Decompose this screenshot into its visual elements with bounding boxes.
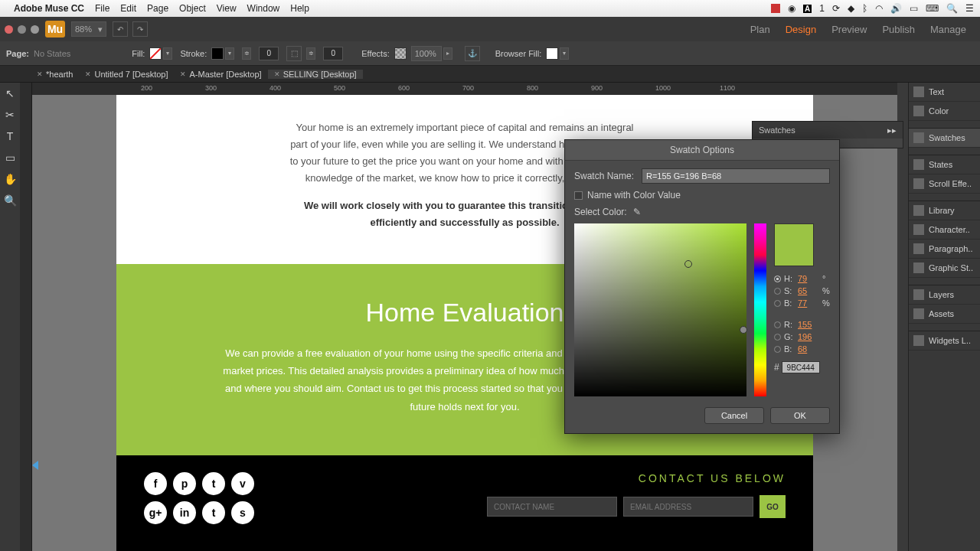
record-icon[interactable] [771,4,780,13]
panel-layers[interactable]: Layers [909,285,980,305]
panel-paragraph[interactable]: Paragraph.. [909,240,980,259]
menu-page[interactable]: Page [147,3,168,14]
r-value[interactable]: 155 [798,320,819,329]
skype-icon[interactable]: s [231,501,254,524]
swatch-name-input[interactable] [642,168,830,184]
radio-bl[interactable] [774,346,781,353]
googleplus-icon[interactable]: g+ [144,501,167,524]
doc-tab[interactable]: ✕Untitled 7 [Desktop] [79,70,174,79]
opacity-dropdown[interactable]: ▸ [443,47,452,60]
close-icon[interactable]: ✕ [37,70,43,78]
panel-library[interactable]: Library [909,201,980,220]
tab-design[interactable]: Design [786,24,816,35]
effects-swatch[interactable] [394,47,407,60]
guide-marker-icon[interactable] [32,461,38,470]
panel-widgets[interactable]: Widgets L.. [909,331,980,350]
contact-name-input[interactable] [487,497,617,517]
volume-icon[interactable]: 🔊 [890,3,902,14]
tab-publish[interactable]: Publish [882,24,915,35]
vertical-scrollbar[interactable] [897,83,908,551]
menu-file[interactable]: File [95,3,109,14]
menu-icon[interactable]: ☰ [965,3,974,14]
go-button[interactable]: GO [760,495,786,518]
rectangle-tool-icon[interactable]: ▭ [2,150,18,165]
color-marker[interactable] [684,260,692,268]
panel-text[interactable]: Text [909,83,980,102]
eyedropper-icon[interactable]: ✎ [633,207,641,217]
panel-color[interactable]: Color [909,102,980,121]
zoom-tool-icon[interactable]: 🔍 [2,193,18,208]
hex-input[interactable] [782,361,820,373]
text-tool-icon[interactable]: T [2,129,18,144]
radio-s[interactable] [774,288,781,295]
browser-fill-dropdown[interactable]: ▾ [560,47,569,60]
bluetooth-icon[interactable]: ᛒ [862,3,867,14]
panel-swatches[interactable]: Swatches [909,129,980,148]
corners-icon[interactable]: ⬚ [286,46,302,61]
panel-scroll[interactable]: Scroll Effe.. [909,174,980,194]
tab-plan[interactable]: Plan [750,24,770,35]
search-icon[interactable]: 🔍 [946,3,958,14]
menu-edit[interactable]: Edit [120,3,136,14]
radio-r[interactable] [774,321,781,328]
color-marker-edge[interactable] [740,326,747,334]
radio-g[interactable] [774,334,781,341]
stroke-dropdown[interactable]: ▾ [225,47,234,60]
h-value[interactable]: 79 [798,274,819,283]
close-icon[interactable]: ✕ [274,70,280,78]
pinterest-icon[interactable]: p [173,472,196,495]
fill-dropdown[interactable]: ▾ [163,47,172,60]
dropbox-icon[interactable]: ◆ [848,3,854,14]
corner-radius[interactable] [323,47,343,60]
hue-slider[interactable] [754,223,766,396]
menu-view[interactable]: View [217,3,237,14]
redo-icon[interactable]: ↷ [132,21,148,37]
undo-icon[interactable]: ↶ [113,21,128,37]
panel-menu-icon[interactable]: ▸▸ [887,126,897,135]
page-state[interactable]: No States [34,49,70,58]
close-icon[interactable]: ✕ [85,70,91,78]
fill-swatch[interactable] [149,47,162,60]
doc-tab[interactable]: ✕*hearth [31,70,79,79]
notif-count[interactable]: 1 [819,3,825,14]
panel-character[interactable]: Character.. [909,220,980,240]
tab-preview[interactable]: Preview [831,24,867,35]
swatches-panel-title[interactable]: Swatches▸▸ [753,122,903,139]
cancel-button[interactable]: Cancel [704,407,764,424]
stroke-stepper[interactable]: ≑ [242,47,251,60]
selection-tool-icon[interactable]: ↖ [2,86,18,101]
g-value[interactable]: 196 [798,332,819,341]
opacity-input[interactable]: 100% [411,46,442,61]
hand-tool-icon[interactable]: ✋ [2,171,18,187]
panel-assets[interactable]: Assets [909,305,980,324]
crop-tool-icon[interactable]: ✂ [2,107,18,122]
twitter-icon[interactable]: t [202,472,225,495]
anchor-icon[interactable]: ⚓ [465,46,480,61]
battery-icon[interactable]: ▭ [910,3,918,14]
tumblr-icon[interactable]: t [202,501,225,524]
panel-states[interactable]: States [909,155,980,174]
doc-tab-active[interactable]: ✕SELLING [Desktop] [268,70,363,79]
adobe-icon[interactable]: A [803,5,812,13]
doc-tab[interactable]: ✕A-Master [Desktop] [174,70,267,79]
corner-stepper[interactable]: ≑ [306,47,315,60]
menu-window[interactable]: Window [247,3,280,14]
linkedin-icon[interactable]: in [173,501,196,524]
zoom-dropdown[interactable]: 88%▾ [71,21,106,37]
wifi-icon[interactable]: ◠ [875,3,883,14]
stroke-swatch[interactable] [211,47,224,60]
cc-icon[interactable]: ◉ [788,3,795,14]
bl-value[interactable]: 68 [798,344,819,354]
s-value[interactable]: 65 [798,286,819,295]
window-controls[interactable] [5,25,39,34]
menu-object[interactable]: Object [179,3,206,14]
panel-graphic-styles[interactable]: Graphic St.. [909,259,980,278]
browser-fill-swatch[interactable] [546,47,558,60]
color-field[interactable] [574,223,746,396]
b-value[interactable]: 77 [798,298,819,308]
tab-manage[interactable]: Manage [930,24,966,35]
radio-h[interactable] [774,276,781,282]
close-icon[interactable]: ✕ [180,70,186,78]
stroke-width[interactable] [259,47,279,60]
radio-b[interactable] [774,300,781,307]
